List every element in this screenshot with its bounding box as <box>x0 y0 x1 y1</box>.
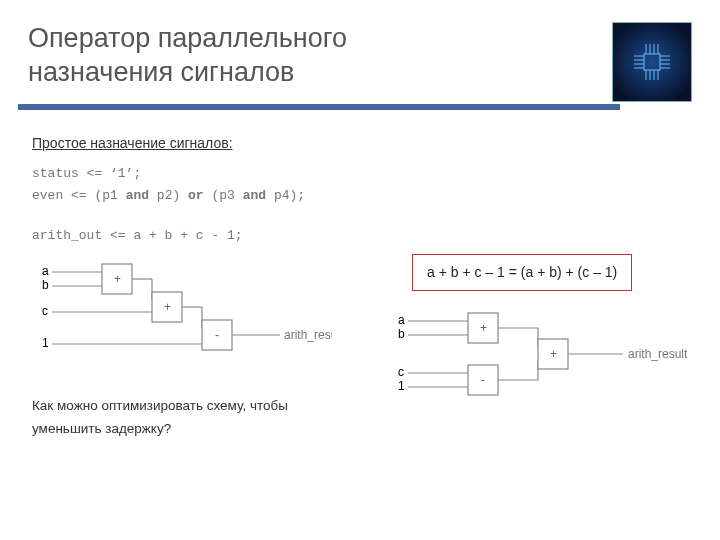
slide-header: Оператор параллельного назначения сигнал… <box>0 0 720 98</box>
slide-content: Простое назначение сигналов: status <= ‘… <box>0 110 720 442</box>
code-line-2: even <= (p1 and p2) or (p3 and p4); <box>32 188 305 203</box>
label-one: 1 <box>398 379 405 393</box>
op-add1: + <box>480 321 487 335</box>
diagram-balanced: a b c 1 + - + arith_result <box>388 303 698 423</box>
title-line-1: Оператор параллельного <box>28 23 347 53</box>
label-b: b <box>42 278 49 292</box>
op-add2: + <box>164 300 171 314</box>
left-column: a b c 1 + + - arith_result Как можно опт… <box>32 254 358 442</box>
op-sub: - <box>215 328 219 342</box>
right-column: a + b + c – 1 = (a + b) + (c – 1) a b <box>388 254 698 432</box>
op-add2: + <box>550 347 557 361</box>
code-line-1: status <= ‘1’; <box>32 166 141 181</box>
label-b: b <box>398 327 405 341</box>
label-one: 1 <box>42 336 49 350</box>
subsection-heading: Простое назначение сигналов: <box>32 132 233 156</box>
label-a: a <box>398 313 405 327</box>
optimization-question: Как можно оптимизировать схему, чтобы ум… <box>32 395 332 441</box>
label-c: c <box>398 365 404 379</box>
formula-box: a + b + c – 1 = (a + b) + (c – 1) <box>412 254 632 292</box>
op-sub: - <box>481 373 485 387</box>
label-result: arith_result <box>628 347 688 361</box>
label-c: c <box>42 304 48 318</box>
diagram-cascaded: a b c 1 + + - arith_result <box>32 254 332 374</box>
svg-rect-0 <box>644 54 660 70</box>
label-result: arith_result <box>284 328 332 342</box>
code-line-3: arith_out <= a + b + c - 1; <box>32 225 698 247</box>
decorative-chip-image <box>612 22 692 102</box>
diagrams-row: a b c 1 + + - arith_result Как можно опт… <box>32 254 698 442</box>
code-block: status <= ‘1’; even <= (p1 and p2) or (p… <box>32 163 698 207</box>
label-a: a <box>42 264 49 278</box>
op-add1: + <box>114 272 121 286</box>
title-line-2: назначения сигналов <box>28 57 294 87</box>
slide-title: Оператор параллельного назначения сигнал… <box>28 22 508 90</box>
